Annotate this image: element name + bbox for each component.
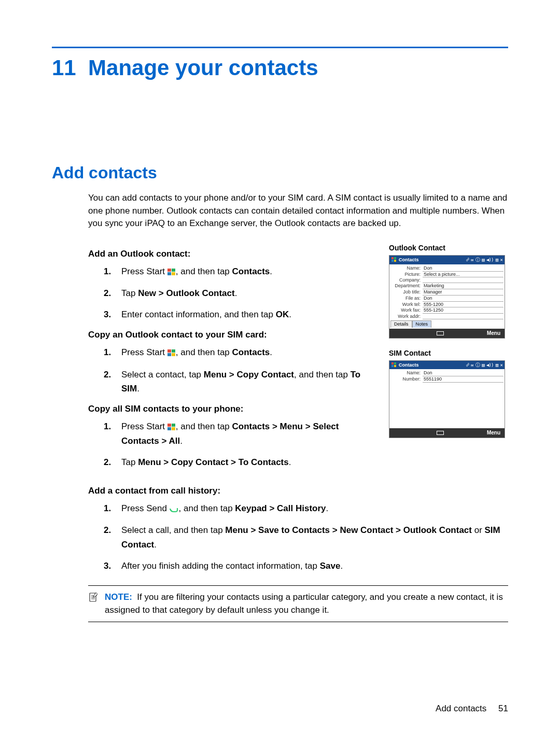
mock-bottombar: Menu <box>389 329 505 338</box>
note-icon <box>88 591 100 616</box>
section-title: Add contacts <box>52 163 508 182</box>
list-item: 1. Press Start , and then tap Contacts. <box>104 264 375 279</box>
list-item: 1. Press Start , and then tap Contacts >… <box>104 419 375 448</box>
page-footer: Add contacts 51 <box>436 704 508 714</box>
keyboard-icon <box>437 331 444 335</box>
svg-rect-11 <box>172 427 175 430</box>
start-icon <box>167 265 176 279</box>
steps-copy-to-sim: 1. Press Start , and then tap Contacts. … <box>104 345 375 395</box>
svg-rect-6 <box>167 353 171 356</box>
mock-tabs: Details Notes <box>389 319 505 328</box>
svg-rect-18 <box>391 365 394 367</box>
list-item: 1. Press Start , and then tap Contacts. <box>104 345 375 360</box>
list-item: 2. Select a call, and then tap Menu > Sa… <box>104 523 508 551</box>
svg-rect-4 <box>167 349 171 353</box>
outlook-contact-screenshot: Contacts ☍ ✉ ⓘ ▤ ◀)) ▥ ✕ Name:Don Pictur… <box>389 255 505 339</box>
svg-rect-14 <box>391 260 394 262</box>
task-heading-copy-all-sim: Copy all SIM contacts to your phone: <box>88 404 375 414</box>
svg-rect-12 <box>391 257 394 259</box>
steps-call-history: 1. Press Send , and then tap Keypad > Ca… <box>104 501 508 573</box>
screenshot-label-outlook: Outlook Contact <box>389 244 508 252</box>
task-heading-copy-to-sim: Copy an Outlook contact to your SIM card… <box>88 330 375 340</box>
svg-rect-13 <box>394 257 396 259</box>
svg-rect-9 <box>172 424 175 427</box>
footer-page-number: 51 <box>498 704 508 713</box>
svg-rect-3 <box>172 272 175 275</box>
svg-rect-7 <box>172 353 175 356</box>
note-block: NOTE: If you are filtering your contacts… <box>88 585 508 622</box>
mock-form-body: Name:Don Picture:Select a picture... Com… <box>389 264 505 329</box>
task-heading-call-history: Add a contact from call history: <box>88 486 508 496</box>
chapter-title-text: Manage your contacts <box>88 55 318 80</box>
svg-rect-15 <box>394 260 396 262</box>
status-icons: ☍ ✉ ⓘ ▤ ◀)) ▥ ✕ <box>466 362 502 368</box>
svg-rect-19 <box>394 365 396 367</box>
svg-rect-17 <box>394 362 396 364</box>
send-icon <box>170 502 179 516</box>
list-item: 3. Enter contact information, and then t… <box>104 307 375 321</box>
sim-contact-screenshot: Contacts ☍ ✉ ⓘ ▤ ◀)) ▥ ✕ Name:Don Number… <box>389 360 505 439</box>
status-icons: ☍ ✉ ⓘ ▤ ◀)) ▥ ✕ <box>466 257 502 263</box>
section-body: You can add contacts to your phone and/o… <box>88 192 508 573</box>
list-item: 3. After you finish adding the contact i… <box>104 559 508 573</box>
mock-titlebar: Contacts ☍ ✉ ⓘ ▤ ◀)) ▥ ✕ <box>389 361 505 370</box>
steps-copy-all-sim: 1. Press Start , and then tap Contacts >… <box>104 419 375 469</box>
list-item: 1. Press Send , and then tap Keypad > Ca… <box>104 501 508 516</box>
chapter-number: 11 <box>52 55 76 80</box>
svg-rect-16 <box>391 362 394 364</box>
svg-rect-10 <box>167 427 171 430</box>
keyboard-icon <box>437 431 444 435</box>
mock-titlebar: Contacts ☍ ✉ ⓘ ▤ ◀)) ▥ ✕ <box>389 256 505 264</box>
svg-rect-1 <box>172 269 175 272</box>
screenshot-label-sim: SIM Contact <box>389 349 508 357</box>
mock-form-body: Name:Don Number:5551190 <box>389 369 505 428</box>
list-item: 2. Select a contact, tap Menu > Copy Con… <box>104 368 375 396</box>
svg-rect-8 <box>167 424 171 427</box>
instructions-column: Add an Outlook contact: 1. Press Start ,… <box>88 241 375 477</box>
chapter-rule <box>52 47 508 48</box>
svg-rect-0 <box>167 269 171 272</box>
list-item: 2. Tap Menu > Copy Contact > To Contacts… <box>104 455 375 469</box>
two-column-layout: Add an Outlook contact: 1. Press Start ,… <box>88 241 508 477</box>
chapter-title: 11 Manage your contacts <box>52 55 508 80</box>
task-heading-add-outlook: Add an Outlook contact: <box>88 249 375 259</box>
note-rule <box>88 622 508 622</box>
steps-add-outlook: 1. Press Start , and then tap Contacts. … <box>104 264 375 321</box>
document-page: 11 Manage your contacts Add contacts You… <box>0 0 560 745</box>
windows-flag-icon <box>391 257 397 262</box>
note-rule <box>88 585 508 586</box>
windows-flag-icon <box>391 362 397 368</box>
start-icon <box>167 346 176 360</box>
svg-rect-5 <box>172 349 175 353</box>
note-text: NOTE: If you are filtering your contacts… <box>105 591 508 616</box>
start-icon <box>167 420 176 434</box>
screenshots-column: Outlook Contact Contacts ☍ ✉ ⓘ ▤ ◀)) ▥ ✕… <box>389 241 508 449</box>
intro-paragraph: You can add contacts to your phone and/o… <box>88 192 508 230</box>
mock-bottombar: Menu <box>389 428 505 438</box>
list-item: 2. Tap New > Outlook Contact. <box>104 286 375 300</box>
svg-rect-2 <box>167 272 171 275</box>
footer-section-name: Add contacts <box>436 704 486 713</box>
